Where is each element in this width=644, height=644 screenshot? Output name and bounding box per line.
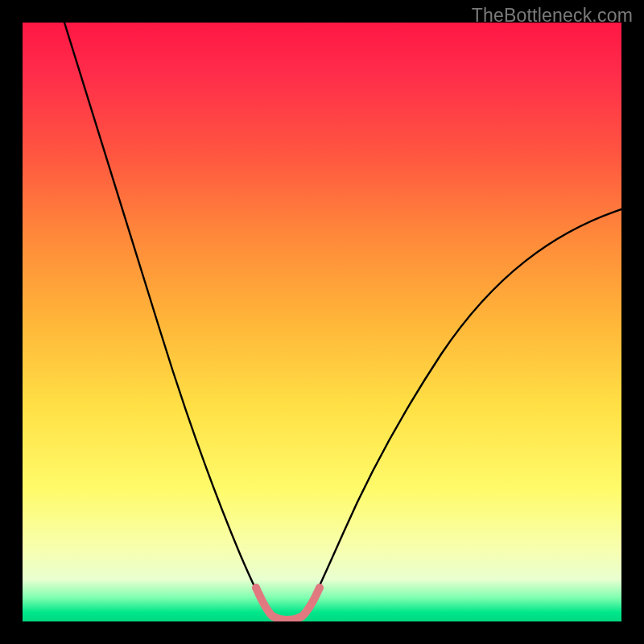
bottleneck-curve-plot (23, 23, 621, 621)
bottom-highlight (256, 588, 320, 620)
left-curve (64, 23, 269, 615)
watermark-text: TheBottleneck.com (472, 5, 633, 27)
chart-frame (23, 23, 621, 621)
right-curve (306, 209, 621, 615)
